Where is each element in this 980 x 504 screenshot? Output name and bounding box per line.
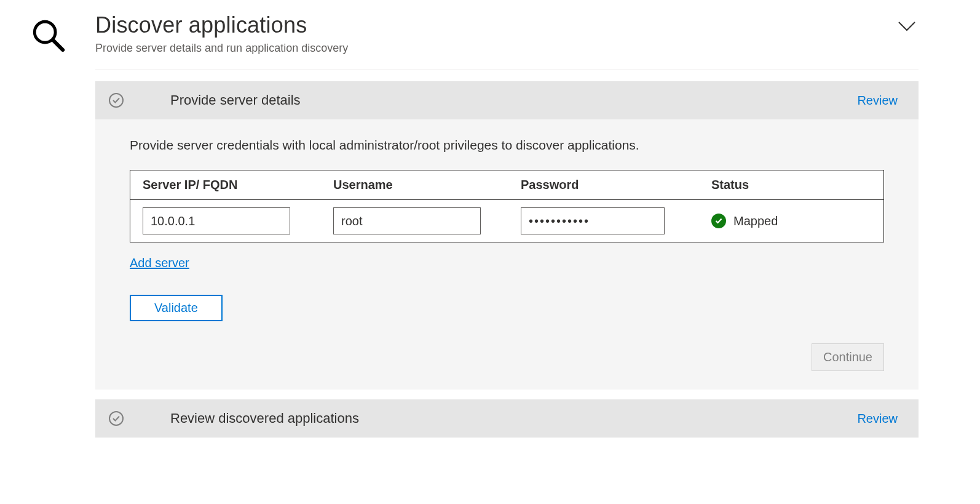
review-link[interactable]: Review	[857, 412, 898, 426]
review-link[interactable]: Review	[857, 94, 898, 108]
password-input[interactable]	[521, 207, 665, 234]
column-header-status: Status	[711, 178, 871, 192]
success-check-icon	[711, 214, 726, 228]
check-circle-icon	[109, 93, 124, 108]
column-header-username: Username	[333, 178, 521, 192]
chevron-down-icon[interactable]	[898, 21, 916, 34]
svg-line-1	[53, 40, 63, 50]
continue-button[interactable]: Continue	[812, 343, 884, 371]
column-header-ip: Server IP/ FQDN	[143, 178, 333, 192]
section-title: Review discovered applications	[170, 410, 359, 426]
server-ip-input[interactable]	[143, 207, 290, 234]
add-server-link[interactable]: Add server	[130, 256, 189, 270]
server-table: Server IP/ FQDN Username Password Status	[130, 170, 884, 242]
check-circle-icon	[109, 411, 124, 426]
table-row: Mapped	[130, 200, 883, 242]
search-icon	[30, 17, 66, 447]
section-title: Provide server details	[170, 92, 301, 108]
section-header-review-apps: Review discovered applications Review	[95, 399, 919, 438]
status-text: Mapped	[733, 214, 778, 228]
username-input[interactable]	[333, 207, 481, 234]
column-header-password: Password	[521, 178, 711, 192]
page-subtitle: Provide server details and run applicati…	[95, 42, 348, 55]
section-header-provide-details: Provide server details Review	[95, 81, 919, 119]
instruction-text: Provide server credentials with local ad…	[130, 138, 884, 153]
validate-button[interactable]: Validate	[130, 295, 223, 321]
divider	[95, 70, 919, 70]
page-title: Discover applications	[95, 12, 348, 38]
